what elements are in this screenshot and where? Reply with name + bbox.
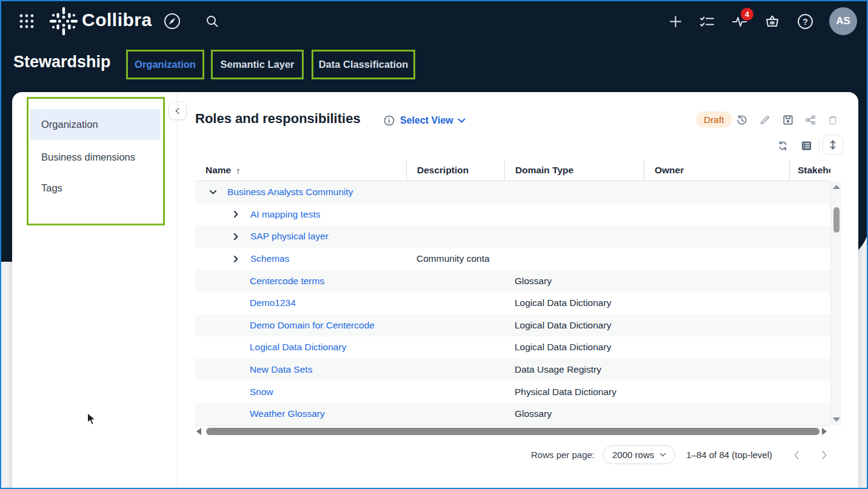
rows-per-page-select[interactable]: 2000 rows [603,445,675,464]
table-header-row: Name↑DescriptionDomain TypeOwnerStakehol… [195,160,830,181]
table-row[interactable]: SchemasCommunity conta [195,248,830,270]
status-badge: Draft [696,111,732,128]
domain-cell [504,248,644,270]
scroll-left-arrow-icon[interactable] [196,428,201,435]
owner-cell [644,381,789,403]
asset-link[interactable]: New Data Sets [250,364,312,375]
svg-text:?: ? [803,17,808,27]
chevron-right-icon[interactable] [232,210,241,219]
sidebar-item-business-dimensions[interactable]: Business dimensions [30,142,161,171]
asset-link[interactable]: Demo Domain for Centercode [250,320,375,331]
asset-link[interactable]: Logical Data Dictionary [250,342,346,353]
next-page-button[interactable] [817,448,832,462]
sort-ascending-icon: ↑ [236,165,241,176]
table-row[interactable]: AI mapping tests [195,204,830,226]
column-header-owner[interactable]: Owner [644,160,789,181]
domain-cell: Glossary [504,270,644,292]
share-icon[interactable] [805,115,816,125]
create-plus-icon[interactable] [669,15,682,28]
table-row[interactable]: SAP physical layer [195,225,830,248]
table-bottom-border [195,425,830,426]
table-row[interactable]: Weather GlossaryGlossary [195,403,830,425]
horizontal-scroll-thumb[interactable] [206,428,820,435]
apps-grid-icon[interactable] [19,13,35,29]
asset-link[interactable]: Centercode terms [250,276,324,287]
owner-cell [644,181,789,204]
select-view-label: Select View [400,115,453,126]
stake-cell [789,381,830,403]
horizontal-scrollbar[interactable] [196,427,830,436]
name-cell: AI mapping tests [195,204,406,226]
compass-icon[interactable] [163,12,181,30]
table-row[interactable]: Demo Domain for CentercodeLogical Data D… [195,314,830,337]
table-row[interactable]: Logical Data DictionaryLogical Data Dict… [195,336,830,359]
pagination-range: 1–84 of 84 (top-level) [686,450,772,460]
vertical-scroll-thumb[interactable] [833,207,840,233]
chevron-right-icon[interactable] [232,254,241,264]
sidebar-item-organization[interactable]: Organization [30,109,161,140]
scroll-up-arrow-icon[interactable] [833,185,840,189]
edit-pencil-icon[interactable] [760,115,770,125]
refresh-icon[interactable] [777,140,789,151]
list-view-icon[interactable] [801,140,812,151]
owner-cell [644,314,789,337]
asset-link[interactable]: Demo1234 [250,298,296,308]
asset-link[interactable]: Snow [250,387,273,398]
column-header-stakeholder[interactable]: Stakeholder [789,160,830,181]
help-icon[interactable]: ? [797,13,813,30]
name-cell: New Data Sets [195,359,406,381]
domain-cell: Physical Data Dictionary [504,381,644,403]
column-header-description[interactable]: Description [406,160,504,181]
asset-link[interactable]: Schemas [250,253,290,264]
save-icon[interactable] [783,115,793,125]
scroll-right-arrow-icon[interactable] [822,428,827,435]
table-row[interactable]: Demo1234Logical Data Dictionary [195,292,830,314]
owner-cell [644,270,789,292]
avatar[interactable]: AS [829,7,857,35]
expand-rows-button[interactable] [823,135,843,155]
tasks-icon[interactable] [699,15,715,28]
info-icon[interactable] [384,115,395,128]
collibra-logo-icon[interactable] [48,6,79,36]
tab-organization[interactable]: Organization [126,50,204,79]
history-icon[interactable] [736,115,747,125]
search-icon[interactable] [205,15,219,28]
rows-per-page-value: 2000 rows [612,450,654,460]
sidebar-item-tags[interactable]: Tags [30,173,161,202]
chevron-right-icon[interactable] [232,232,241,241]
basket-icon[interactable] [765,15,780,28]
delete-trash-icon[interactable] [827,115,838,125]
owner-cell [644,225,789,248]
asset-link[interactable]: AI mapping tests [250,209,320,220]
name-cell: SAP physical layer [195,225,406,248]
stake-cell [789,403,830,425]
asset-link[interactable]: Weather Glossary [250,408,325,419]
domain-cell: Logical Data Dictionary [504,292,644,314]
table-row[interactable]: New Data SetsData Usage Registry [195,359,830,381]
owner-cell [644,403,789,425]
toolbar-divider [819,137,820,154]
notification-badge[interactable]: 4 [741,8,753,21]
chevron-down-icon [458,118,466,124]
name-cell: Business Analysts Community [195,181,406,204]
previous-page-button[interactable] [789,448,804,462]
desc-cell [406,359,504,381]
asset-link[interactable]: Business Analysts Community [227,187,353,198]
scroll-down-arrow-icon[interactable] [833,417,840,422]
tab-data-classification[interactable]: Data Classification [312,50,415,79]
table-row[interactable]: Centercode termsGlossary [195,270,830,292]
desc-cell [406,204,504,226]
asset-link[interactable]: SAP physical layer [250,231,329,242]
vertical-scrollbar[interactable] [830,181,841,425]
desc-cell: Community conta [406,248,504,270]
column-header-domain-type[interactable]: Domain Type [504,160,644,181]
sidebar-collapse-button[interactable] [169,102,187,120]
tab-semantic-layer[interactable]: Semantic Layer [211,50,304,79]
desc-cell [406,381,504,403]
column-header-name[interactable]: Name↑ [195,160,406,181]
table-row[interactable]: Business Analysts Community [195,181,830,204]
desc-cell [406,336,504,359]
chevron-down-icon[interactable] [209,188,218,197]
select-view-dropdown[interactable]: Select View [400,115,466,126]
table-row[interactable]: SnowPhysical Data Dictionary [195,381,830,403]
